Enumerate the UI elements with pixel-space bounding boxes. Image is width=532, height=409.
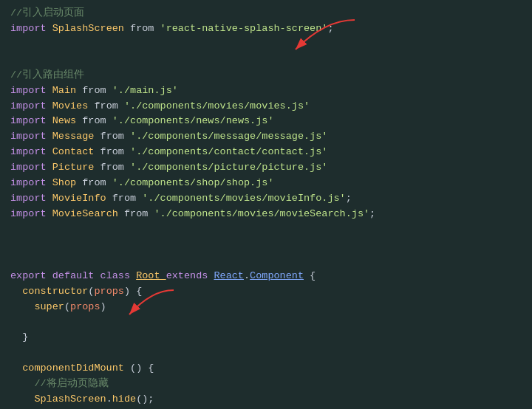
code-token [10,286,22,297]
code-line: import Picture from './components/pictur… [0,160,532,176]
code-line: import SplashScreen from 'react-native-s… [0,21,532,37]
code-token: constructor [22,286,88,297]
code-token: from [82,115,112,126]
code-token: './components/movies/movies.js' [124,100,310,111]
code-line: import Movies from './components/movies/… [0,99,532,114]
code-token: from [130,23,160,34]
code-token: from [82,177,112,188]
arrow-1-icon [273,16,362,61]
code-token: class [100,270,137,281]
code-token: (); [136,393,154,405]
code-line: export default class Root extends React.… [0,269,532,284]
code-token: } [10,331,28,343]
code-token: import [10,193,52,204]
code-token: Message [52,131,100,142]
empty-line [0,37,532,52]
code-token [10,378,34,389]
code-token: from [124,208,154,219]
code-token: SplashScreen [52,23,130,34]
code-token: './components/message/message.js' [130,131,327,142]
code-token: './components/shop/shop.js' [112,177,274,188]
code-line: super(props) [0,300,532,315]
code-token: props [70,301,100,312]
code-content: //引入启动页面import SplashScreen from 'react-… [0,6,532,409]
code-line: import MovieSearch from './components/mo… [0,207,532,222]
arrow-2-icon [115,286,181,323]
code-token [10,301,34,312]
code-token: from [100,146,131,157]
code-token: './components/contact/contact.js' [130,146,327,157]
code-line: SplashScreen.hide(); [0,392,532,408]
code-token: from [100,131,131,142]
code-token: from [112,193,143,204]
empty-line [0,52,532,68]
code-token: './components/movies/movieInfo.js' [142,193,345,204]
code-line: import MovieInfo from './components/movi… [0,191,532,207]
empty-line [0,222,532,238]
code-token: News [52,115,83,126]
code-line: import Contact from './components/contac… [0,145,532,160]
code-token: MovieSearch [52,208,124,219]
code-token: './components/movies/movieSearch.js' [154,208,369,219]
code-token: from [100,162,131,173]
code-token: Picture [52,162,100,173]
code-token [10,362,22,374]
code-token: './components/news/news.js' [112,115,274,126]
code-token: Component [250,270,304,281]
code-token: . [244,270,250,281]
empty-line [0,346,532,361]
code-line: import Message from './components/messag… [0,129,532,145]
code-token: Movies [52,100,95,111]
code-token: Root [136,270,166,281]
code-token: extends [166,270,214,281]
empty-line [0,253,532,269]
code-token: ) [100,301,106,312]
code-token: . [106,393,112,405]
code-token: ; [346,193,352,204]
code-token: './main.js' [112,85,178,96]
code-token: //将启动页隐藏 [34,378,108,389]
code-token: import [10,162,52,173]
code-token: MovieInfo [52,193,112,204]
code-line: componentDidMount () { [0,361,532,377]
code-token: from [94,100,124,111]
code-token: import [10,208,52,219]
code-line: import Shop from './components/shop/shop… [0,176,532,191]
code-comment: //引入启动页面 [0,6,532,21]
code-token: import [10,131,52,142]
code-line: //将启动页隐藏 [0,377,532,392]
code-token: ; [369,208,375,219]
code-token: componentDidMount [22,362,124,374]
code-token: () { [124,362,154,374]
code-comment: //引入路由组件 [0,68,532,83]
code-token: export [10,270,52,281]
code-token: super [34,301,64,312]
code-token: from [82,85,112,96]
code-token: import [10,100,52,111]
code-token: default [52,270,100,281]
code-token: import [10,177,52,188]
code-token: import [10,146,52,157]
code-token: React [214,270,244,281]
code-token: import [10,115,52,126]
code-editor: //引入启动页面import SplashScreen from 'react-… [0,0,532,409]
code-line: constructor(props) { [0,284,532,300]
code-token [10,393,34,405]
code-token: import [10,85,52,96]
code-token: SplashScreen [34,393,106,405]
empty-line [0,238,532,253]
code-token: Main [52,85,83,96]
code-line: import News from './components/news/news… [0,114,532,129]
code-token: ( [64,301,70,312]
code-token: './components/picture/picture.js' [130,162,327,173]
code-token: Contact [52,146,100,157]
empty-line [0,315,532,330]
code-token: Shop [52,177,83,188]
code-line: import Main from './main.js' [0,83,532,99]
code-token: { [304,270,316,281]
code-line: } [0,330,532,346]
code-token: hide [112,393,136,405]
code-token: import [10,23,52,34]
